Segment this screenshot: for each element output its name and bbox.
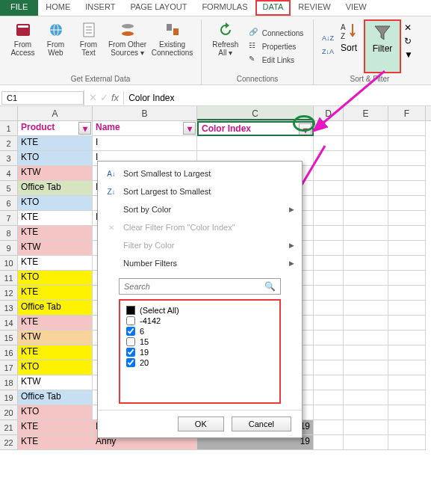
cell-product[interactable]: KTW: [18, 375, 93, 390]
row-header[interactable]: 15: [0, 331, 18, 345]
cell[interactable]: [344, 316, 388, 331]
cell[interactable]: [344, 166, 388, 181]
cell[interactable]: [344, 331, 388, 345]
btn-existing-connections[interactable]: Existing Connections: [150, 19, 195, 73]
filter-checkbox[interactable]: [126, 316, 135, 325]
tab-review[interactable]: REVIEW: [291, 0, 338, 16]
row-header[interactable]: 12: [0, 286, 18, 301]
cell-product[interactable]: KTW: [18, 241, 93, 256]
cell[interactable]: [388, 345, 426, 360]
cell[interactable]: [344, 301, 388, 316]
check-select-all[interactable]: (Select All): [126, 305, 273, 316]
cell[interactable]: [388, 181, 426, 196]
filter-dropdown-b[interactable]: ▾: [183, 122, 196, 135]
filter-search-input[interactable]: [124, 282, 264, 291]
btn-from-other-sources[interactable]: From Other Sources ▾: [105, 19, 150, 73]
cell[interactable]: [314, 405, 344, 420]
row-header[interactable]: 20: [0, 405, 18, 420]
cell[interactable]: [344, 256, 388, 271]
cell-product[interactable]: KTE: [18, 420, 93, 435]
cell[interactable]: [314, 331, 344, 345]
cell[interactable]: [314, 196, 344, 211]
cell[interactable]: [344, 211, 388, 226]
cell[interactable]: [388, 405, 426, 420]
cell-color-index[interactable]: [197, 136, 314, 151]
cell[interactable]: [344, 241, 388, 256]
cell[interactable]: [388, 286, 426, 301]
cell[interactable]: [388, 420, 426, 435]
menu-sort-desc[interactable]: Z↓Sort Largest to Smallest: [98, 182, 302, 200]
header-product[interactable]: Product▾: [18, 121, 93, 136]
tab-formulas[interactable]: FORMULAS: [194, 0, 255, 16]
filter-check-item[interactable]: 19: [126, 347, 273, 357]
btn-edit-links[interactable]: ✎Edit Links: [249, 53, 304, 67]
col-header-A[interactable]: A: [18, 106, 93, 120]
cell[interactable]: [314, 420, 344, 435]
cell-product[interactable]: KTE: [18, 226, 93, 241]
fx-icon[interactable]: fx: [111, 92, 119, 103]
cell[interactable]: [314, 316, 344, 331]
cell[interactable]: [314, 345, 344, 360]
cell-product[interactable]: Office Tab: [18, 390, 93, 405]
cell[interactable]: [388, 390, 426, 405]
filter-checkbox[interactable]: [126, 327, 135, 336]
ok-button[interactable]: OK: [178, 417, 224, 431]
cell[interactable]: [388, 226, 426, 241]
cell-product[interactable]: KTW: [18, 166, 93, 181]
cell[interactable]: [314, 435, 344, 450]
cell-product[interactable]: KTO: [18, 196, 93, 211]
menu-sort-asc[interactable]: A↓Sort Smallest to Largest: [98, 165, 302, 182]
tab-file[interactable]: FILE: [0, 0, 38, 16]
cell[interactable]: [388, 375, 426, 390]
row-header[interactable]: 5: [0, 181, 18, 196]
cell-product[interactable]: KTO: [18, 271, 93, 286]
cell[interactable]: [388, 241, 426, 256]
header-name[interactable]: Name▾: [93, 121, 197, 136]
cell-product[interactable]: KTO: [18, 360, 93, 375]
row-header[interactable]: 7: [0, 211, 18, 226]
cell[interactable]: [344, 271, 388, 286]
select-all-corner[interactable]: [0, 106, 18, 120]
filter-search-box[interactable]: 🔍: [119, 278, 281, 295]
tab-insert[interactable]: INSERT: [78, 0, 123, 16]
cell[interactable]: [388, 271, 426, 286]
cell[interactable]: [314, 271, 344, 286]
filter-check-item[interactable]: 15: [126, 336, 273, 347]
filter-check-item[interactable]: -4142: [126, 316, 273, 326]
cell[interactable]: [344, 196, 388, 211]
cell-product[interactable]: Office Tab: [18, 301, 93, 316]
cell[interactable]: [344, 121, 388, 136]
cell[interactable]: [388, 166, 426, 181]
cell[interactable]: [314, 375, 344, 390]
row-header[interactable]: 21: [0, 420, 18, 435]
col-header-F[interactable]: F: [388, 106, 426, 120]
row-header[interactable]: 10: [0, 256, 18, 271]
cell[interactable]: [388, 301, 426, 316]
enter-formula-icon[interactable]: ✓: [100, 92, 108, 103]
filter-dropdown-c[interactable]: ▾: [299, 123, 311, 136]
cell[interactable]: [344, 435, 388, 450]
cell[interactable]: [314, 121, 344, 136]
btn-filter[interactable]: Filter: [364, 19, 401, 73]
row-header[interactable]: 8: [0, 226, 18, 241]
cell[interactable]: [314, 211, 344, 226]
cell[interactable]: [388, 256, 426, 271]
col-header-B[interactable]: B: [93, 106, 197, 120]
btn-sort-desc-small[interactable]: Z↓A: [322, 46, 332, 60]
cell-product[interactable]: KTE: [18, 435, 93, 450]
btn-properties[interactable]: ☷Properties: [249, 40, 304, 53]
col-header-E[interactable]: E: [344, 106, 388, 120]
cell[interactable]: [314, 136, 344, 151]
cell-product[interactable]: KTO: [18, 151, 93, 166]
reapply-icon[interactable]: ↻: [404, 36, 416, 46]
tab-view[interactable]: VIEW: [338, 0, 374, 16]
cell[interactable]: [388, 211, 426, 226]
btn-connections[interactable]: 🔗Connections: [249, 26, 304, 40]
cell-product[interactable]: KTE: [18, 256, 93, 271]
cell[interactable]: [314, 360, 344, 375]
cell-product[interactable]: Office Tab: [18, 181, 93, 196]
cell[interactable]: [388, 316, 426, 331]
filter-checkbox[interactable]: [126, 348, 135, 357]
cell[interactable]: [388, 360, 426, 375]
cell-product[interactable]: KTE: [18, 316, 93, 331]
